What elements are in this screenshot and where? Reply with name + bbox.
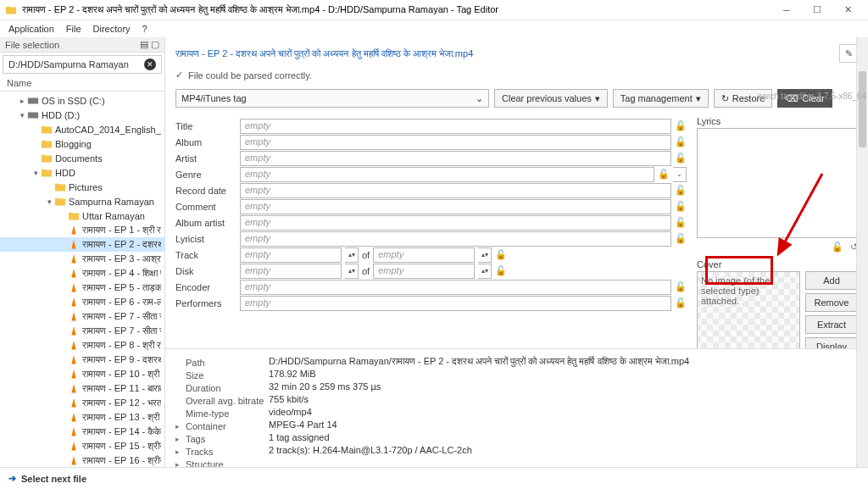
tree-item[interactable]: रामायण - EP 7 - सीता स्वयं xyxy=(0,324,164,338)
tag-management-button[interactable]: Tag management▾ xyxy=(613,89,709,108)
tree-item-label: Blogging xyxy=(55,139,92,149)
tree-item-label: OS in SSD (C:) xyxy=(42,96,105,106)
of-label: of xyxy=(362,266,370,276)
track-stepper[interactable]: ▴▾ xyxy=(345,247,359,263)
cover-display-button[interactable]: Display xyxy=(805,337,858,348)
comment-input[interactable]: empty xyxy=(240,199,671,214)
tree-item[interactable]: Uttar Ramayan xyxy=(0,208,164,223)
title-input[interactable]: empty xyxy=(240,119,671,134)
tree-item[interactable]: रामायण - EP 5 - ताड़का वध xyxy=(0,281,164,295)
lock-icon[interactable]: 🔓 xyxy=(495,265,507,276)
detail-key[interactable]: ▸Container xyxy=(175,420,269,432)
disk-num-input[interactable]: empty xyxy=(240,264,342,279)
track-total-stepper[interactable]: ▴▾ xyxy=(478,247,492,263)
tag-fields: Titleempty🔓Albumempty🔓Artistempty🔓Genree… xyxy=(175,113,687,348)
lyricist-input[interactable]: empty xyxy=(240,231,671,247)
tree-item[interactable]: Pictures xyxy=(0,180,164,194)
genre-input[interactable]: empty xyxy=(240,167,654,182)
detail-key[interactable]: ▸Tags xyxy=(175,432,269,445)
close-button[interactable]: ✕ xyxy=(832,0,863,20)
track-num-input[interactable]: empty xyxy=(240,247,342,263)
clear-previous-button[interactable]: Clear previous values▾ xyxy=(494,89,608,108)
tree-item[interactable]: रामायण - EP 14 - कैकेयी क xyxy=(0,425,164,439)
cover-extract-button[interactable]: Extract xyxy=(805,315,858,334)
tree-item[interactable]: रामायण - EP 13 - श्री राम के xyxy=(0,410,164,425)
detail-key[interactable]: ▸Tracks xyxy=(175,445,269,458)
expand-icon[interactable]: ▾ xyxy=(44,197,54,206)
tree-item[interactable]: रामायण - EP 4 - शिक्षा पूर्ण xyxy=(0,266,164,281)
artist-input[interactable]: empty xyxy=(240,151,671,166)
maximize-button[interactable]: ☐ xyxy=(802,0,832,20)
track-total-input[interactable]: empty xyxy=(373,247,475,263)
tree-item[interactable]: रामायण - EP 10 - श्री सीता- xyxy=(0,367,164,381)
file-details: PathD:/HDD/Sampurna Ramayan/रामायण - EP … xyxy=(165,348,868,467)
tree-item[interactable]: ▾Sampurna Ramayan xyxy=(0,194,164,208)
panel-controls-icon[interactable]: ▤ ▢ xyxy=(140,39,159,50)
lock-icon[interactable]: 🔓 xyxy=(675,217,687,228)
tag-type-select[interactable]: MP4/iTunes tag ⌄ xyxy=(175,89,489,108)
tree-item[interactable]: रामायण - EP 9 - दशरथजी ने xyxy=(0,353,164,367)
album-input[interactable]: empty xyxy=(240,135,671,150)
encoder-input[interactable]: empty xyxy=(240,280,671,295)
lock-icon[interactable]: 🔓 xyxy=(675,281,687,292)
lock-icon[interactable]: 🔓 xyxy=(675,201,687,212)
field-label-album: Album xyxy=(175,137,240,147)
tag-type-value: MP4/iTunes tag xyxy=(181,93,247,103)
tree-item[interactable]: रामायण - EP 7 - सीता स्वयं xyxy=(0,309,164,324)
minimize-button[interactable]: ─ xyxy=(771,0,802,20)
lyrics-textarea[interactable] xyxy=(697,128,858,238)
lock-icon[interactable]: 🔓 xyxy=(675,185,687,196)
lock-icon[interactable]: 🔓 xyxy=(658,169,670,180)
lock-icon[interactable]: 🔓 xyxy=(675,153,687,164)
cover-add-button[interactable]: Add xyxy=(805,271,858,290)
scrollbar-thumb[interactable] xyxy=(859,71,866,147)
tree-item[interactable]: रामायण - EP 6 - राम-लक्ष्म xyxy=(0,295,164,309)
tree-item[interactable]: रामायण - EP 15 - श्रीराम-कौ xyxy=(0,439,164,453)
next-file-icon[interactable]: ➔ xyxy=(8,473,16,484)
tree-item[interactable]: AutoCAD_2014_English_Win_64b xyxy=(0,122,164,136)
lock-icon[interactable]: 🔓 xyxy=(675,136,687,147)
tree-item[interactable]: रामायण - EP 12 - भरत-शत्रु xyxy=(0,396,164,410)
genre-dropdown[interactable]: ⌄ xyxy=(673,167,687,182)
tree-item[interactable]: ▾HDD xyxy=(0,165,164,180)
tree-item-label: रामायण - EP 5 - ताड़का वध xyxy=(82,282,161,293)
disk-stepper[interactable]: ▴▾ xyxy=(345,264,359,279)
path-input[interactable]: D:/HDD/Sampurna Ramayan ✕ xyxy=(3,55,162,74)
album_artist-input[interactable]: empty xyxy=(240,215,671,231)
tree-item[interactable]: Blogging xyxy=(0,136,164,151)
lock-icon[interactable]: 🔓 xyxy=(675,297,687,308)
lock-icon[interactable]: 🔓 xyxy=(675,120,687,131)
disk-total-input[interactable]: empty xyxy=(373,264,475,279)
name-column-header[interactable]: Name xyxy=(0,76,164,92)
menu-help[interactable]: ? xyxy=(142,24,147,34)
tree-item[interactable]: ▸OS in SSD (C:) xyxy=(0,93,164,108)
disk-total-stepper[interactable]: ▴▾ xyxy=(478,264,492,279)
cover-remove-button[interactable]: Remove xyxy=(805,293,858,312)
tree-item[interactable]: रामायण - EP 16 - श्रीराम-सी xyxy=(0,453,164,467)
expand-icon[interactable]: ▾ xyxy=(31,169,41,177)
record_date-input[interactable]: empty xyxy=(240,183,671,198)
tree-item[interactable]: रामायण - EP 2 - दशरथ अप xyxy=(0,237,164,252)
vertical-scrollbar[interactable] xyxy=(856,37,868,467)
tree-item[interactable]: रामायण - EP 1 - श्री राम भग xyxy=(0,223,164,237)
statusbar-text[interactable]: Select next file xyxy=(21,474,86,484)
rename-button[interactable]: ✎ xyxy=(839,44,858,63)
expand-icon[interactable]: ▾ xyxy=(17,111,27,119)
file-title-row: रामायण - EP 2 - दशरथ अपने चारों पुत्रों … xyxy=(175,44,858,63)
lock-icon[interactable]: 🔓 xyxy=(832,242,843,253)
menu-application[interactable]: Application xyxy=(8,24,54,34)
menu-file[interactable]: File xyxy=(66,24,81,34)
performers-input[interactable]: empty xyxy=(240,296,671,311)
tree-item[interactable]: Documents xyxy=(0,151,164,165)
tree-item[interactable]: रामायण - EP 11 - बारात वि xyxy=(0,381,164,396)
file-tree[interactable]: ▸OS in SSD (C:)▾HDD (D:)AutoCAD_2014_Eng… xyxy=(0,92,164,467)
expand-icon[interactable]: ▸ xyxy=(17,97,27,105)
tree-item[interactable]: रामायण - EP 8 - श्री राम द्वार xyxy=(0,338,164,353)
clear-path-icon[interactable]: ✕ xyxy=(144,58,156,70)
tree-item[interactable]: ▾HDD (D:) xyxy=(0,108,164,122)
detail-key[interactable]: ▸Structure xyxy=(175,458,269,467)
tree-item[interactable]: रामायण - EP 3 - आश्रम में स xyxy=(0,252,164,266)
lock-icon[interactable]: 🔓 xyxy=(495,249,507,260)
lock-icon[interactable]: 🔓 xyxy=(675,233,687,244)
menu-directory[interactable]: Directory xyxy=(93,24,131,34)
